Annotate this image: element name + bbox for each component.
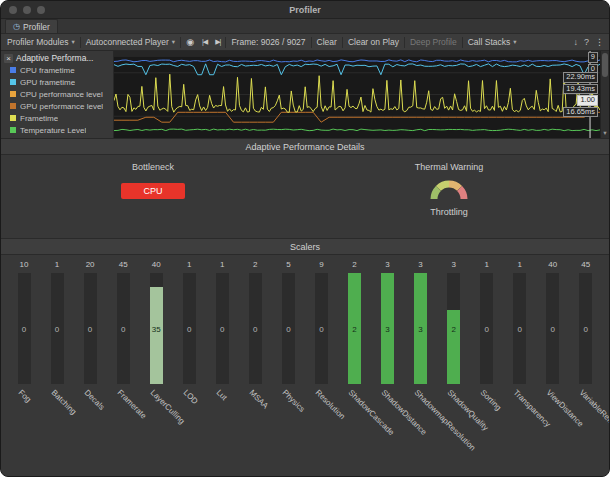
kebab-menu-icon: ⋮ <box>595 37 604 47</box>
legend-list: CPU frametime GPU frametime CPU performa… <box>1 64 113 138</box>
legend-item[interactable]: Temperature Level <box>1 124 113 136</box>
clear-button[interactable]: Clear <box>313 34 341 50</box>
chart-value-boxes: 22.90ms19.43ms1.0016.65ms <box>563 72 598 117</box>
target-dropdown[interactable]: Autoconnected Player ▾ <box>82 34 179 50</box>
scaler-label-area: MSAA <box>240 384 270 476</box>
scaler-bar: 0 <box>579 273 592 384</box>
scaler-column: 40 35 LayerCulling <box>141 259 171 476</box>
scalers-section-header: Scalers <box>1 239 609 255</box>
scaler-label: Batching <box>49 388 77 416</box>
scaler-current-level: 0 <box>476 324 497 333</box>
thermal-gauge <box>389 176 509 204</box>
scaler-label-area: ShadowmapResolution <box>406 384 436 476</box>
scrollbar-thumb[interactable] <box>602 53 608 77</box>
record-button[interactable]: ◉ <box>182 34 198 50</box>
bottleneck-group: Bottleneck CPU <box>93 162 213 199</box>
scaler-max-level: 5 <box>286 259 290 271</box>
legend-label: GPU frametime <box>20 78 75 87</box>
module-header[interactable]: × Adaptive Performa... <box>1 51 113 64</box>
scaler-label-area: Resolution <box>306 384 336 476</box>
scaler-column: 2 2 ShadowCascade <box>339 259 369 476</box>
scaler-label-area: Framerate <box>108 384 138 476</box>
scaler-max-level: 1 <box>220 259 224 271</box>
scaler-column: 2 0 MSAA <box>240 259 270 476</box>
legend-item[interactable]: CPU performance level <box>1 88 113 100</box>
scaler-column: 1 0 Batching <box>42 259 72 476</box>
target-label: Autoconnected Player <box>86 37 169 47</box>
scaler-max-level: 45 <box>119 259 128 271</box>
scaler-column: 1 0 Sorting <box>472 259 502 476</box>
close-button[interactable] <box>9 6 17 14</box>
scaler-column: 20 0 Decals <box>75 259 105 476</box>
scaler-bar: 0 <box>480 273 493 384</box>
legend-item[interactable]: Temperature Trend <box>1 136 113 138</box>
scaler-max-level: 10 <box>20 259 29 271</box>
legend-color-swatch <box>10 127 16 133</box>
frame-counter: Frame: 9026 / 9027 <box>227 34 309 50</box>
legend-item[interactable]: CPU frametime <box>1 64 113 76</box>
legend-label: Temperature Trend <box>20 138 88 139</box>
scaler-fill <box>447 310 460 384</box>
legend-color-swatch <box>10 67 16 73</box>
legend-color-swatch <box>10 103 16 109</box>
scaler-bar: 0 <box>183 273 196 384</box>
scaler-label: MSAA <box>247 388 269 410</box>
legend-label: GPU performance level <box>20 102 103 111</box>
scaler-label-area: ShadowCascade <box>339 384 369 476</box>
thermal-gauge-svg <box>426 176 472 202</box>
scaler-max-level: 45 <box>581 259 590 271</box>
legend-item[interactable]: Frametime <box>1 112 113 124</box>
legend-item[interactable]: GPU performance level <box>1 100 113 112</box>
chart-value-box: 19.43ms <box>563 84 598 95</box>
scaler-current-level: 0 <box>575 324 596 333</box>
scaler-current-level: 0 <box>311 324 332 333</box>
scaler-label-area: Fog <box>9 384 39 476</box>
scaler-bar: 0 <box>315 273 328 384</box>
scaler-label-area: LayerCulling <box>141 384 171 476</box>
scaler-column: 40 0 ViewDistance <box>538 259 568 476</box>
call-stacks-dropdown[interactable]: Call Stacks ▾ <box>464 34 521 50</box>
save-profile-button[interactable]: ↓ <box>570 37 581 47</box>
bottleneck-label: Bottleneck <box>93 162 213 172</box>
module-legend-panel: × Adaptive Performa... CPU frametime GPU… <box>1 51 114 138</box>
scaler-bar: 3 <box>414 273 427 384</box>
profiler-modules-dropdown[interactable]: Profiler Modules ▾ <box>3 34 79 50</box>
scaler-current-level: 0 <box>179 324 200 333</box>
scaler-column: 3 3 ShadowDistance <box>373 259 403 476</box>
toolbar-separator <box>342 37 343 48</box>
scaler-max-level: 3 <box>385 259 389 271</box>
scaler-max-level: 1 <box>187 259 191 271</box>
tab-profiler[interactable]: ◷ Profiler <box>5 19 58 33</box>
tab-label: Profiler <box>23 22 50 32</box>
help-button[interactable]: ? <box>581 37 592 47</box>
zoom-button[interactable] <box>37 6 45 14</box>
scrollbar-down-arrow-icon[interactable]: ▼ <box>601 129 609 138</box>
legend-label: CPU performance level <box>20 90 103 99</box>
scaler-column: 3 3 ShadowmapResolution <box>406 259 436 476</box>
scaler-bar: 0 <box>117 273 130 384</box>
clear-on-play-button[interactable]: Clear on Play <box>344 34 403 50</box>
scaler-current-level: 0 <box>278 324 299 333</box>
thermal-warning-label: Thermal Warning <box>389 162 509 172</box>
module-chart-svg[interactable] <box>114 51 600 138</box>
previous-frame-button[interactable]: |◀ <box>198 34 211 50</box>
toolbar-menu-button[interactable]: ⋮ <box>592 37 607 47</box>
module-name: Adaptive Performa... <box>16 53 93 63</box>
scaler-label-area: ViewDistance <box>538 384 568 476</box>
scaler-column: 45 0 VariableRefreshRate <box>571 259 601 476</box>
legend-item[interactable]: GPU frametime <box>1 76 113 88</box>
deep-profile-button[interactable]: Deep Profile <box>406 34 461 50</box>
profiler-window: Profiler ◷ Profiler Profiler Modules ▾ A… <box>0 0 610 477</box>
toolbar-separator <box>180 37 181 48</box>
scaler-current-level: 0 <box>80 324 101 333</box>
scaler-max-level: 40 <box>152 259 161 271</box>
minimize-button[interactable] <box>23 6 31 14</box>
call-stacks-label: Call Stacks <box>468 37 511 47</box>
chart-scale-box: 9 <box>588 52 598 63</box>
adaptive-performance-icon: × <box>4 54 13 63</box>
scaler-current-level: 3 <box>377 324 398 333</box>
toolbar-separator <box>80 37 81 48</box>
next-frame-button[interactable]: ▶| <box>211 34 224 50</box>
chart-scrollbar[interactable]: ▼ <box>600 51 609 138</box>
tab-bar: ◷ Profiler <box>1 19 609 34</box>
